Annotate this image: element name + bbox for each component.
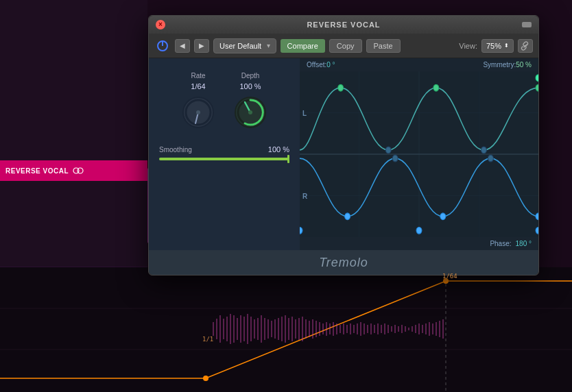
smoothing-header: Smoothing 100 % xyxy=(159,145,289,154)
minimize-button[interactable] xyxy=(522,22,532,27)
svg-rect-74 xyxy=(240,315,241,343)
svg-point-162 xyxy=(392,155,398,162)
svg-rect-73 xyxy=(237,318,238,340)
svg-rect-127 xyxy=(422,325,423,333)
rate-value: 1/64 xyxy=(191,82,205,90)
viz-panel: Offset: 0 ° Symmetry: 50 % xyxy=(300,58,538,250)
knob-row: Rate 1/64 Depth xyxy=(159,72,289,132)
svg-rect-91 xyxy=(298,318,300,340)
svg-rect-132 xyxy=(439,321,440,337)
svg-rect-101 xyxy=(333,322,334,336)
track-name: REVERSE VOCAL xyxy=(5,167,69,175)
svg-rect-110 xyxy=(364,323,365,334)
svg-rect-108 xyxy=(357,323,358,334)
svg-rect-94 xyxy=(309,321,310,337)
view-label: View: xyxy=(459,42,477,50)
svg-rect-98 xyxy=(322,323,324,334)
svg-point-164 xyxy=(488,155,493,162)
power-button[interactable] xyxy=(154,38,171,54)
depth-knob[interactable] xyxy=(231,93,270,132)
svg-point-154 xyxy=(338,84,344,91)
svg-point-134 xyxy=(203,376,208,381)
svg-rect-97 xyxy=(319,322,320,336)
rate-knob[interactable] xyxy=(179,93,217,132)
svg-rect-129 xyxy=(429,322,430,336)
svg-rect-130 xyxy=(432,323,433,334)
symmetry-label: Symmetry: xyxy=(483,61,516,69)
svg-rect-102 xyxy=(336,323,337,334)
svg-point-1 xyxy=(78,168,83,173)
copy-button[interactable]: Copy xyxy=(329,39,362,53)
svg-rect-84 xyxy=(274,319,276,339)
power-icon xyxy=(156,39,169,53)
svg-rect-128 xyxy=(425,323,427,334)
svg-rect-80 xyxy=(261,315,262,343)
svg-point-158 xyxy=(536,84,538,91)
svg-rect-71 xyxy=(230,314,231,344)
svg-rect-125 xyxy=(415,325,416,333)
svg-point-168 xyxy=(536,227,538,234)
svg-rect-118 xyxy=(391,326,392,332)
svg-point-159 xyxy=(536,75,538,82)
smoothing-fill xyxy=(159,158,289,160)
svg-rect-120 xyxy=(398,326,399,332)
svg-rect-117 xyxy=(388,325,389,333)
offset-label: Offset: xyxy=(307,61,326,69)
svg-rect-95 xyxy=(312,319,313,339)
svg-rect-77 xyxy=(250,317,252,341)
smoothing-track[interactable] xyxy=(159,158,289,160)
svg-rect-85 xyxy=(278,318,279,340)
nav-prev-button[interactable]: ◀ xyxy=(175,39,190,53)
svg-point-142 xyxy=(196,110,200,114)
link-icon xyxy=(521,41,530,51)
svg-point-165 xyxy=(536,213,538,220)
controls-panel: Rate 1/64 Depth xyxy=(149,58,300,250)
svg-rect-121 xyxy=(401,325,403,333)
track-label[interactable]: REVERSE VOCAL xyxy=(0,160,147,181)
viz-header: Offset: 0 ° Symmetry: 50 % xyxy=(300,58,538,71)
svg-point-167 xyxy=(416,227,422,234)
plugin-toolbar: ◀ ▶ User Default ▾ Compare Copy Paste Vi… xyxy=(149,34,538,58)
depth-label: Depth xyxy=(241,72,260,79)
svg-rect-79 xyxy=(257,318,259,340)
link-button[interactable] xyxy=(518,39,533,53)
svg-point-156 xyxy=(433,84,439,91)
smoothing-value: 100 % xyxy=(268,145,289,154)
svg-rect-76 xyxy=(247,314,248,344)
automation-lane: 1/1 1/64 xyxy=(0,267,572,392)
svg-rect-82 xyxy=(267,319,269,339)
rate-knob-group: Rate 1/64 xyxy=(179,72,217,132)
svg-rect-67 xyxy=(216,319,217,339)
preset-dropdown[interactable]: User Default ▾ xyxy=(213,38,276,53)
svg-point-155 xyxy=(385,147,391,154)
svg-rect-115 xyxy=(381,325,382,333)
close-button[interactable] xyxy=(156,20,165,29)
paste-button[interactable]: Paste xyxy=(366,39,401,53)
compare-button[interactable]: Compare xyxy=(281,39,325,53)
plugin-title: REVERSE VOCAL xyxy=(307,21,380,29)
svg-rect-133 xyxy=(442,319,444,339)
svg-rect-123 xyxy=(408,328,409,330)
svg-rect-72 xyxy=(233,315,235,343)
nav-next-button[interactable]: ▶ xyxy=(194,39,209,53)
preset-name: User Default xyxy=(219,42,261,50)
svg-rect-114 xyxy=(377,323,379,334)
svg-rect-116 xyxy=(384,323,385,334)
phase-value: 180 ° xyxy=(516,240,532,247)
smoothing-thumb xyxy=(287,155,289,163)
smoothing-section: Smoothing 100 % xyxy=(159,145,289,160)
svg-rect-103 xyxy=(339,325,341,333)
svg-rect-88 xyxy=(288,318,289,340)
channel-l-label: L xyxy=(302,109,307,117)
plugin-name-text: Tremolo xyxy=(319,256,368,270)
svg-rect-99 xyxy=(326,322,327,336)
svg-rect-100 xyxy=(329,323,331,334)
svg-rect-105 xyxy=(346,325,348,333)
view-arrows: ⬍ xyxy=(504,42,509,49)
view-value: 75% xyxy=(486,42,501,50)
track-strip-1 xyxy=(0,0,147,163)
phase-label: Phase: xyxy=(490,240,511,247)
svg-rect-113 xyxy=(374,325,375,333)
automation-marker-1-64: 1/64 xyxy=(442,273,457,280)
view-dropdown[interactable]: 75% ⬍ xyxy=(481,39,514,53)
